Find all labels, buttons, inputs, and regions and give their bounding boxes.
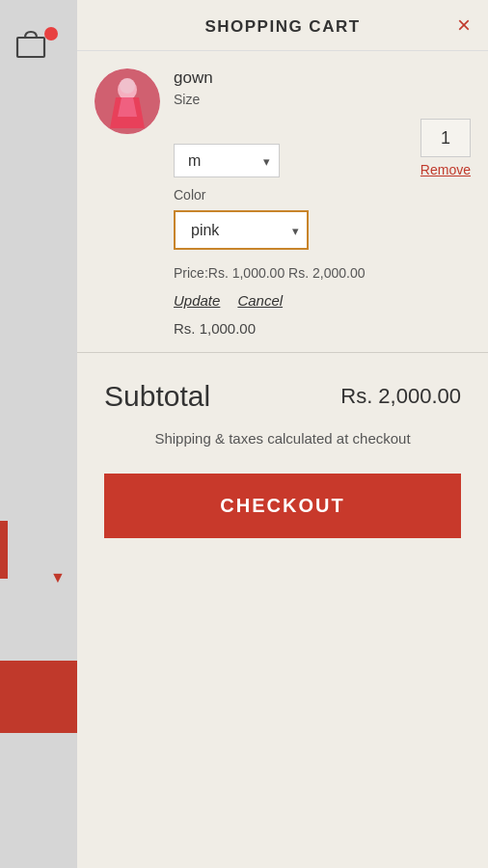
cart-icon-area[interactable]: [14, 27, 60, 73]
item-size-label: Size: [174, 92, 471, 107]
red-bar-checkout: [0, 661, 77, 733]
gown-image-svg: [95, 68, 160, 134]
close-button[interactable]: ×: [457, 14, 471, 37]
color-section: Color pink red blue green black: [174, 187, 471, 250]
svg-rect-0: [17, 38, 44, 57]
cart-badge: [44, 27, 58, 41]
size-select[interactable]: xs s m l xl: [174, 144, 280, 177]
subtotal-section: Subtotal Rs. 2,000.00: [77, 353, 488, 428]
sidebar: [0, 0, 77, 868]
color-label: Color: [174, 187, 471, 203]
subtotal-amount: Rs. 2,000.00: [340, 384, 461, 409]
item-name: gown: [174, 68, 471, 88]
quantity-box: 1: [420, 119, 471, 157]
dropdown-arrow-icon: ▼: [50, 569, 66, 586]
subtotal-label: Subtotal: [104, 380, 210, 413]
size-select-wrapper: xs s m l xl: [174, 144, 280, 177]
checkout-button[interactable]: CHECKOUT: [104, 474, 461, 538]
shopping-cart-modal: SHOPPING CART × gown Size 1 Remove: [77, 0, 488, 868]
color-select-wrap: pink red blue green black: [174, 210, 309, 250]
cancel-button[interactable]: Cancel: [237, 292, 283, 309]
price-info: Price:Rs. 1,000.00 Rs. 2,000.00: [174, 265, 471, 281]
red-bar-accent: [0, 521, 8, 579]
color-select[interactable]: pink red blue green black: [174, 210, 309, 250]
update-button[interactable]: Update: [174, 292, 220, 309]
item-details: gown Size: [174, 68, 471, 115]
modal-title: SHOPPING CART: [204, 17, 360, 37]
remove-button[interactable]: Remove: [420, 162, 471, 177]
svg-point-5: [120, 78, 135, 94]
modal-header: SHOPPING CART ×: [77, 0, 488, 51]
price-text: Price:Rs. 1,000.00 Rs. 2,000.00: [174, 265, 365, 281]
product-image: [95, 68, 160, 134]
item-total: Rs. 1,000.00: [174, 320, 471, 337]
cart-icon: [14, 27, 48, 62]
shipping-note: Shipping & taxes calculated at checkout: [77, 428, 488, 474]
cart-item-row: gown Size 1 Remove: [77, 51, 488, 144]
action-links: Update Cancel: [174, 292, 471, 309]
quantity-value: 1: [441, 128, 450, 149]
